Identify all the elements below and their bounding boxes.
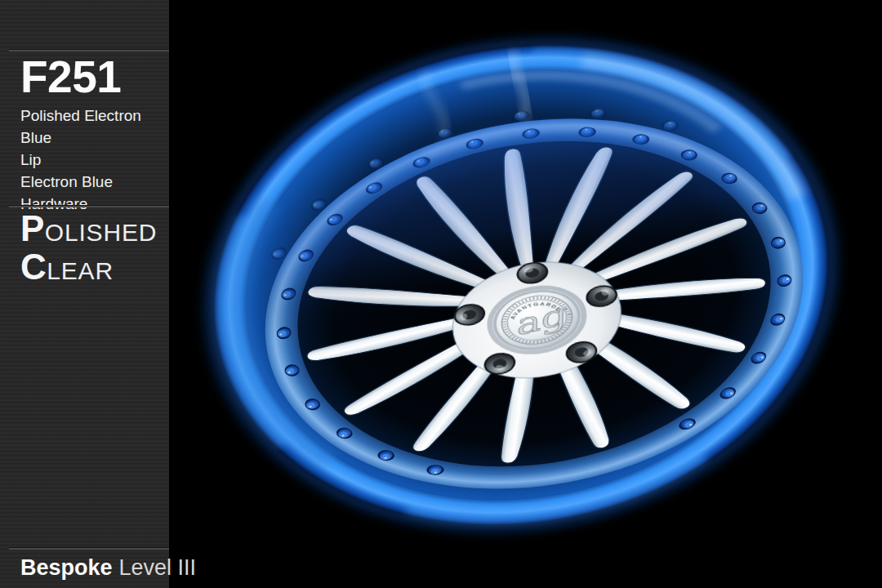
wheel-photo: AVANTGARDE ag	[0, 0, 882, 588]
page: F251 Polished Electron Blue Lip Electron…	[0, 0, 882, 588]
